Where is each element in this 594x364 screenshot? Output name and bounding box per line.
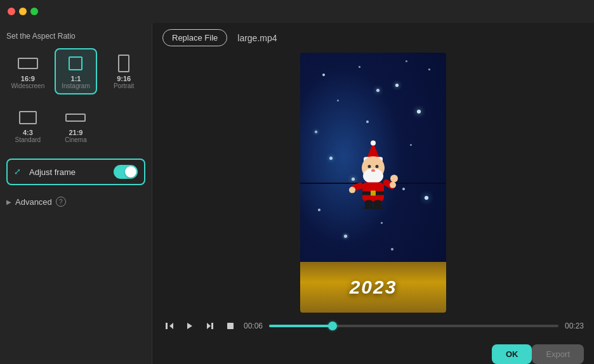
aspect-ratio-portrait[interactable]: 9:16 Portrait [102, 48, 145, 94]
santa-figure [345, 140, 402, 212]
advanced-label: Advanced [15, 197, 52, 207]
svg-point-15 [349, 187, 355, 193]
aspect-ratio-label-1-1: 1:1 [71, 75, 81, 82]
svg-rect-12 [371, 191, 376, 196]
aspect-ratio-label-9-16: 9:16 [117, 75, 131, 82]
star-decoration [406, 60, 407, 62]
svg-point-6 [376, 165, 379, 168]
aspect-ratio-widescreen[interactable]: 16:9 Widescreen [6, 48, 50, 94]
progress-thumb[interactable] [328, 322, 337, 330]
svg-point-16 [390, 182, 396, 188]
skip-back-button[interactable] [162, 319, 176, 333]
stop-icon [226, 322, 235, 330]
star-decoration [391, 248, 393, 250]
video-preview: 2023 [300, 53, 446, 313]
year-display-area: 2023 [300, 262, 446, 313]
svg-rect-23 [166, 323, 168, 329]
star-decoration [359, 66, 360, 68]
adjust-frame-row[interactable]: ⤢ Adjust frame [6, 159, 145, 185]
svg-point-9 [373, 172, 379, 174]
aspect-ratio-sublabel-instagram: Instagram [62, 82, 89, 89]
aspect-ratio-standard[interactable]: 4:3 Standard [6, 102, 50, 148]
traffic-lights [8, 8, 38, 15]
year-text: 2023 [350, 276, 397, 298]
aspect-ratio-sublabel-cinema: Cinema [65, 136, 86, 143]
minimize-button[interactable] [19, 8, 27, 15]
star-decoration [329, 157, 333, 160]
svg-marker-22 [169, 323, 173, 329]
main-layout: Set the Aspect Ratio 16:9 Widescreen 1:1… [0, 23, 594, 364]
progress-bar[interactable] [269, 325, 558, 327]
star-decoration [381, 222, 383, 224]
star-decoration [395, 84, 399, 87]
star-decoration [322, 74, 325, 76]
aspect-icon-16-9 [16, 55, 39, 72]
svg-rect-26 [211, 323, 213, 329]
aspect-icon-1-1 [64, 55, 87, 72]
help-icon-text: ? [59, 198, 63, 205]
progress-bar-fill [269, 325, 333, 327]
next-frame-button[interactable] [203, 319, 217, 333]
adjust-frame-label: Adjust frame [29, 167, 114, 177]
right-panel: Replace File large.mp4 [152, 23, 594, 364]
star-decoration [337, 100, 339, 101]
adjust-frame-icon: ⤢ [14, 167, 24, 177]
svg-point-17 [390, 175, 398, 183]
svg-point-5 [368, 165, 371, 168]
top-bar: Replace File large.mp4 [152, 23, 594, 53]
star-decoration [425, 196, 428, 200]
play-button[interactable] [183, 319, 197, 333]
aspect-ratio-label-16-9: 16:9 [21, 75, 35, 82]
help-icon[interactable]: ? [56, 197, 66, 207]
star-decoration [410, 144, 412, 146]
total-time: 00:23 [565, 322, 584, 330]
aspect-ratio-label-21-9: 21:9 [69, 129, 82, 136]
adjust-frame-toggle[interactable] [114, 165, 138, 179]
aspect-ratio-grid: 16:9 Widescreen 1:1 Instagram 9:16 Portr… [6, 48, 145, 94]
aspect-icon-4-3 [16, 108, 39, 126]
player-controls: 00:06 00:23 [152, 313, 594, 339]
play-icon [185, 322, 194, 330]
stop-button[interactable] [223, 319, 237, 333]
next-frame-icon [206, 322, 214, 330]
star-decoration [315, 131, 317, 133]
svg-point-2 [371, 141, 376, 146]
star-decoration [366, 120, 369, 123]
ok-button[interactable]: OK [492, 344, 532, 364]
svg-rect-27 [227, 323, 234, 329]
advanced-row[interactable]: ▶ Advanced ? [6, 194, 145, 209]
svg-marker-25 [207, 323, 211, 329]
toggle-thumb [125, 166, 136, 178]
replace-file-button[interactable]: Replace File [162, 29, 227, 46]
chevron-right-icon: ▶ [6, 198, 11, 205]
maximize-button[interactable] [30, 8, 38, 15]
current-time: 00:06 [244, 322, 263, 330]
star-decoration [318, 209, 320, 211]
aspect-ratio-label-4-3: 4:3 [23, 129, 33, 136]
section-title: Set the Aspect Ratio [6, 32, 145, 41]
aspect-ratio-instagram[interactable]: 1:1 Instagram [55, 48, 98, 94]
svg-point-21 [372, 207, 383, 209]
aspect-ratio-sublabel-widescreen: Widescreen [11, 82, 44, 89]
aspect-icon-9-16 [112, 55, 135, 72]
aspect-ratio-grid-row2: 4:3 Standard 21:9 Cinema [6, 102, 145, 148]
aspect-ratio-cinema[interactable]: 21:9 Cinema [55, 102, 98, 148]
aspect-icon-21-9 [64, 108, 87, 126]
bottom-bar: OK Export [152, 339, 594, 364]
preview-area: 2023 [152, 53, 594, 313]
title-bar [0, 0, 594, 23]
svg-marker-24 [187, 323, 192, 329]
export-button[interactable]: Export [532, 344, 584, 364]
close-button[interactable] [8, 8, 15, 15]
file-name: large.mp4 [237, 33, 277, 43]
left-panel: Set the Aspect Ratio 16:9 Widescreen 1:1… [0, 23, 152, 364]
aspect-ratio-sublabel-standard: Standard [15, 136, 41, 143]
aspect-ratio-sublabel-portrait: Portrait [114, 82, 134, 89]
skip-back-icon [165, 322, 174, 330]
star-decoration [344, 235, 347, 238]
